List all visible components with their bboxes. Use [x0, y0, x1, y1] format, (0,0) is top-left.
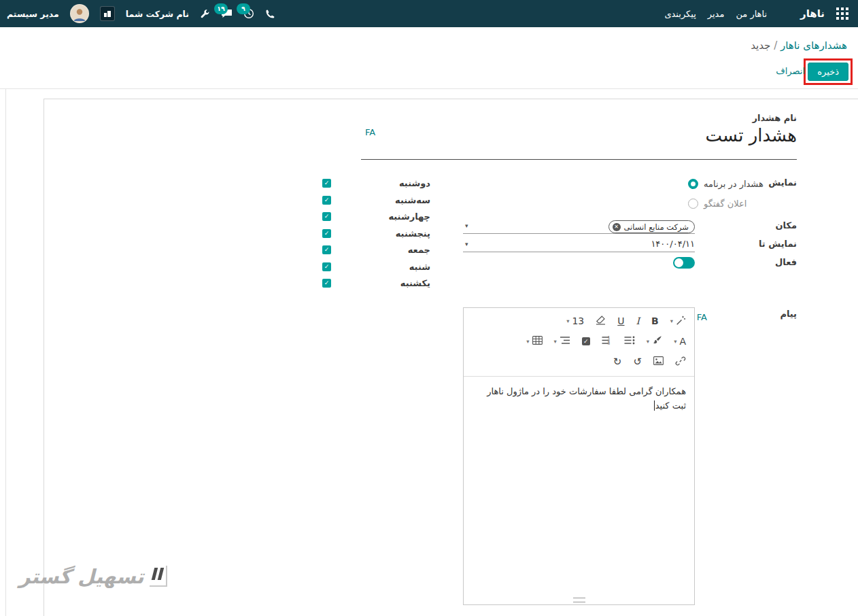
name-translate-badge[interactable]: FA: [365, 127, 375, 137]
font-size-picker[interactable]: 13 ▾: [566, 315, 584, 326]
location-tag[interactable]: شرکت منابع انسانی ✕: [608, 220, 695, 233]
show-until-date-input[interactable]: ۱۴۰۰/۰۴/۱۱: [651, 239, 695, 249]
radio-label: هشدار در برنامه: [704, 179, 763, 189]
editor-resize-handle[interactable]: [573, 598, 585, 602]
breadcrumb-separator: /: [770, 39, 780, 52]
message-textarea[interactable]: همکاران گرامی لطفا سفارشات خود را در ماژ…: [464, 377, 694, 604]
insert-link-button[interactable]: [675, 356, 686, 369]
debug-tools-icon[interactable]: [200, 9, 210, 19]
style-picker-button[interactable]: ▾: [670, 315, 686, 327]
paintbrush-icon: [652, 335, 662, 347]
ordered-list-button[interactable]: 123: [602, 336, 613, 347]
breadcrumb-parent-link[interactable]: هشدارهای ناهار: [780, 39, 847, 52]
vendor-watermark: تسهیل گستر: [19, 566, 167, 587]
undo-button[interactable]: ↺: [633, 357, 642, 367]
company-switcher[interactable]: نام شرکت شما: [126, 9, 189, 19]
company-logo[interactable]: [100, 6, 115, 21]
remove-tag-icon[interactable]: ✕: [613, 223, 621, 231]
chevron-down-icon: ▾: [554, 338, 557, 345]
link-icon: [675, 356, 686, 369]
day-row-saturday: ✓ شنبه: [322, 261, 430, 272]
day-label: سه‌شنبه: [395, 195, 430, 205]
annotation-highlight: ذخیره: [804, 58, 853, 85]
font-color-letter: A: [679, 336, 686, 347]
remove-format-button[interactable]: [596, 315, 606, 327]
insert-image-button[interactable]: [653, 356, 664, 367]
unordered-list-button[interactable]: [624, 336, 635, 347]
italic-button[interactable]: I: [636, 315, 640, 326]
bold-button[interactable]: B: [651, 315, 659, 326]
apps-grid-icon[interactable]: [836, 7, 848, 20]
name-field-underline: [361, 159, 797, 160]
redo-button[interactable]: ↻: [613, 357, 622, 367]
day-label: پنجشنبه: [396, 228, 430, 239]
control-panel-divider: [0, 88, 858, 89]
numbered-list-icon: 123: [602, 336, 613, 347]
day-checkbox[interactable]: ✓: [322, 212, 331, 221]
chevron-down-icon: ▾: [670, 318, 673, 324]
message-editor: ▾ B I U 13 ▾ A ▾ ▾: [463, 307, 695, 605]
day-label: دوشنبه: [399, 178, 430, 188]
checklist-button[interactable]: ✓: [582, 337, 590, 345]
magic-wand-icon: [676, 315, 686, 327]
font-size-value: 13: [572, 315, 584, 326]
user-avatar[interactable]: [70, 4, 89, 23]
messages-icon[interactable]: ۱۹: [221, 8, 233, 19]
active-toggle[interactable]: [673, 257, 695, 269]
editor-toolbar: ▾ B I U 13 ▾ A ▾ ▾: [464, 308, 694, 377]
activities-badge: ۹: [237, 3, 250, 14]
day-row-monday: ✓ دوشنبه: [322, 177, 430, 188]
app-name[interactable]: ناهار: [800, 7, 825, 20]
day-checkbox[interactable]: ✓: [322, 245, 331, 254]
navbar-main-menus: ناهار ناهار من مدیر پیکربندی: [655, 0, 858, 27]
display-label: نمایش: [768, 177, 797, 188]
message-text: همکاران گرامی لطفا سفارشات خود را در ماژ…: [487, 386, 686, 411]
menu-configuration[interactable]: پیکربندی: [664, 9, 696, 19]
chevron-down-icon: ▾: [647, 338, 649, 345]
phone-icon[interactable]: [265, 9, 275, 19]
svg-text:3: 3: [608, 341, 611, 345]
day-checkbox[interactable]: ✓: [322, 179, 331, 188]
message-label: پیام: [780, 309, 797, 319]
location-dropdown-caret-icon[interactable]: ▾: [465, 222, 468, 229]
radio-label: اعلان گفتگو: [704, 199, 747, 209]
day-checkbox[interactable]: ✓: [322, 279, 331, 288]
highlight-color-button[interactable]: ▾: [647, 335, 662, 347]
radio-unselected[interactable]: [688, 199, 698, 209]
font-color-button[interactable]: A ▾: [674, 336, 686, 347]
radio-selected[interactable]: [688, 179, 698, 189]
show-until-label: نمایش تا: [759, 239, 797, 249]
discard-button[interactable]: انصراف: [776, 66, 805, 76]
location-label: مکان: [775, 220, 797, 230]
underline-button[interactable]: U: [617, 315, 624, 326]
page: ناهار ناهار من مدیر پیکربندی مدیر سیستم …: [0, 0, 858, 616]
alert-name-input[interactable]: هشدار تست: [705, 125, 797, 146]
day-checkbox[interactable]: ✓: [322, 229, 331, 238]
toolbar-row-2: A ▾ ▾ 123 ✓ ▾: [469, 331, 689, 352]
message-translate-badge[interactable]: FA: [697, 312, 707, 322]
day-checkbox[interactable]: ✓: [322, 262, 331, 271]
breadcrumb-current: جدید: [751, 39, 770, 52]
watermark-logo-icon: [150, 566, 167, 587]
bullet-list-icon: [624, 336, 635, 347]
menu-my-lunch[interactable]: ناهار من: [736, 9, 767, 19]
table-button[interactable]: ▾: [526, 336, 542, 347]
date-dropdown-caret-icon[interactable]: ▾: [465, 241, 468, 247]
activities-clock-icon[interactable]: ۹: [243, 8, 254, 19]
chevron-down-icon: ▾: [566, 318, 569, 324]
toggle-knob: [674, 258, 683, 267]
save-button[interactable]: ذخیره: [808, 63, 848, 81]
checklist-icon: ✓: [582, 337, 590, 345]
menu-manager[interactable]: مدیر: [708, 9, 725, 19]
watermark-text: تسهیل گستر: [19, 567, 144, 587]
date-field-underline: [463, 252, 695, 252]
top-navbar: ناهار ناهار من مدیر پیکربندی مدیر سیستم …: [0, 0, 858, 27]
user-menu[interactable]: مدیر سیستم: [7, 9, 59, 19]
text-cursor: [654, 400, 655, 411]
image-icon: [653, 356, 664, 367]
alignment-button[interactable]: ▾: [554, 336, 570, 347]
messages-badge: ۱۹: [214, 3, 228, 14]
location-tag-label: شرکت منابع انسانی: [624, 222, 689, 232]
day-row-thursday: ✓ پنجشنبه: [322, 228, 430, 239]
day-checkbox[interactable]: ✓: [322, 196, 331, 205]
